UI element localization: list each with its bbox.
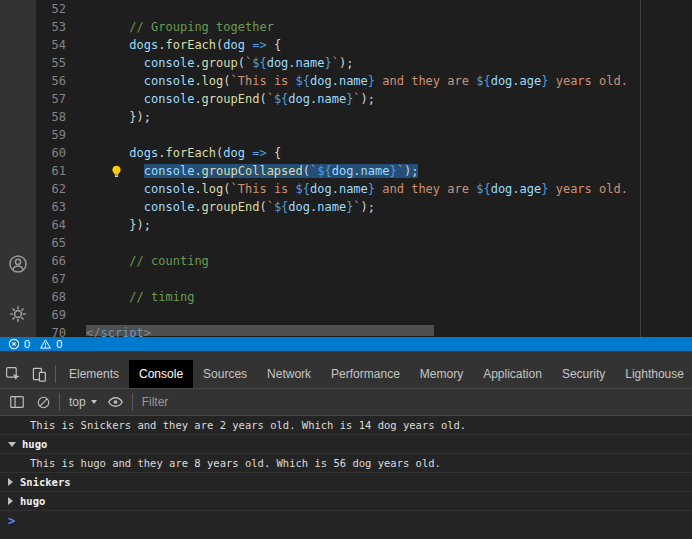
settings-gear-icon[interactable] <box>7 303 29 325</box>
line-number: 54 <box>36 36 86 54</box>
line-number: 55 <box>36 54 86 72</box>
editor-line-61[interactable]: 61 console.groupCollapsed(`${dog.name}`)… <box>36 162 640 180</box>
editor-line-68[interactable]: 68 // timing <box>36 288 640 306</box>
account-icon[interactable] <box>7 253 29 275</box>
horizontal-scrollbar[interactable] <box>86 325 434 336</box>
editor-line-54[interactable]: 54 dogs.forEach(dog => { <box>36 36 640 54</box>
code-text: }); <box>86 216 151 234</box>
triangle-collapsed-icon[interactable] <box>8 497 13 505</box>
editor-line-64[interactable]: 64 }); <box>36 216 640 234</box>
chevron-down-icon <box>91 400 97 404</box>
editor-line-67[interactable]: 67 <box>36 270 640 288</box>
separator <box>55 365 56 383</box>
editor-line-53[interactable]: 53 // Grouping together <box>36 18 640 36</box>
editor-line-55[interactable]: 55 console.group(`${dog.name}`); <box>36 54 640 72</box>
error-icon <box>8 338 20 350</box>
device-toolbar-icon <box>31 366 47 382</box>
code-text: // counting <box>86 252 209 270</box>
console-group-label: Snickers <box>20 476 71 488</box>
devtools-tab-sources[interactable]: Sources <box>193 360 257 388</box>
code-text: // timing <box>86 288 194 306</box>
separator <box>132 393 133 411</box>
filter-input[interactable] <box>136 395 688 409</box>
console-log-message: This is Snickers and they are 2 years ol… <box>0 416 692 435</box>
devtools-tabs: ElementsConsoleSourcesNetworkPerformance… <box>59 360 692 388</box>
line-number: 63 <box>36 198 86 216</box>
screen: 5253 // Grouping together54 dogs.forEach… <box>0 0 692 539</box>
console-prompt[interactable]: > <box>0 511 692 530</box>
devtools-tab-performance[interactable]: Performance <box>321 360 410 388</box>
line-number: 61 <box>36 162 86 180</box>
code-text: console.groupEnd(`${dog.name}`); <box>86 198 375 216</box>
editor-boundary-line <box>640 0 641 337</box>
editor-line-52[interactable]: 52 <box>36 0 640 18</box>
editor-code-area[interactable]: 5253 // Grouping together54 dogs.forEach… <box>36 0 640 337</box>
inspect-element-button[interactable] <box>0 361 26 387</box>
devtools-tab-network[interactable]: Network <box>257 360 321 388</box>
editor-line-65[interactable]: 65 <box>36 234 640 252</box>
context-selector-label: top <box>69 395 86 409</box>
eye-icon <box>107 395 124 409</box>
editor-line-57[interactable]: 57 console.groupEnd(`${dog.name}`); <box>36 90 640 108</box>
console-messages-area[interactable]: This is Snickers and they are 2 years ol… <box>0 416 692 530</box>
error-count: 0 <box>24 338 35 350</box>
editor-line-63[interactable]: 63 console.groupEnd(`${dog.name}`); <box>36 198 640 216</box>
triangle-expanded-icon[interactable] <box>8 442 16 447</box>
clear-console-icon <box>36 395 51 410</box>
line-number: 66 <box>36 252 86 270</box>
editor-line-66[interactable]: 66 // counting <box>36 252 640 270</box>
line-number: 68 <box>36 288 86 306</box>
context-selector-dropdown[interactable]: top <box>63 395 103 409</box>
device-toolbar-button[interactable] <box>26 361 52 387</box>
code-text: console.groupCollapsed(`${dog.name}`); <box>86 162 418 180</box>
editor-line-62[interactable]: 62 console.log(`This is ${dog.name} and … <box>36 180 640 198</box>
console-group-header[interactable]: hugo <box>0 435 692 454</box>
editor-line-69[interactable]: 69 <box>36 306 640 324</box>
clear-console-button[interactable] <box>30 389 56 415</box>
console-group-header[interactable]: hugo <box>0 492 692 511</box>
console-sidebar-icon <box>9 395 25 409</box>
code-text: }); <box>86 108 151 126</box>
devtools-tab-elements[interactable]: Elements <box>59 360 129 388</box>
code-text: console.group(`${dog.name}`); <box>86 54 353 72</box>
editor-line-58[interactable]: 58 }); <box>36 108 640 126</box>
problems-indicator[interactable]: 0 0 <box>8 338 67 350</box>
line-number: 57 <box>36 90 86 108</box>
line-number: 70 <box>36 324 86 337</box>
devtools-tab-application[interactable]: Application <box>473 360 552 388</box>
triangle-collapsed-icon[interactable] <box>8 478 13 486</box>
console-sidebar-toggle-button[interactable] <box>4 389 30 415</box>
editor-line-60[interactable]: 60 dogs.forEach(dog => { <box>36 144 640 162</box>
code-text: console.groupEnd(`${dog.name}`); <box>86 90 375 108</box>
console-toolbar: top <box>0 389 692 416</box>
console-group-label: hugo <box>20 495 45 507</box>
code-editor-pane: 5253 // Grouping together54 dogs.forEach… <box>0 0 692 337</box>
selection-highlight: console.groupCollapsed(`${dog.name}`); <box>144 164 419 178</box>
editor-line-59[interactable]: 59 <box>36 126 640 144</box>
activity-bar <box>0 0 36 337</box>
line-number: 58 <box>36 108 86 126</box>
code-text: // Grouping together <box>86 18 274 36</box>
console-log-text: This is Snickers and they are 2 years ol… <box>30 419 466 431</box>
devtools-tab-memory[interactable]: Memory <box>410 360 473 388</box>
inspect-cursor-icon <box>5 366 21 382</box>
line-number: 62 <box>36 180 86 198</box>
console-group-label: hugo <box>22 438 47 450</box>
line-number: 64 <box>36 216 86 234</box>
devtools-tab-lighthouse[interactable]: Lighthouse <box>615 360 692 388</box>
devtools-tab-console[interactable]: Console <box>129 360 193 388</box>
devtools-tab-security[interactable]: Security <box>552 360 615 388</box>
warning-count: 0 <box>56 338 67 350</box>
line-number: 59 <box>36 126 86 144</box>
devtools-panel: ElementsConsoleSourcesNetworkPerformance… <box>0 351 692 539</box>
code-text: console.log(`This is ${dog.name} and the… <box>86 72 628 90</box>
code-text: dogs.forEach(dog => { <box>86 144 281 162</box>
console-group-header[interactable]: Snickers <box>0 473 692 492</box>
line-number: 67 <box>36 270 86 288</box>
line-number: 69 <box>36 306 86 324</box>
create-live-expression-button[interactable] <box>103 389 129 415</box>
console-log-text: This is hugo and they are 8 years old. W… <box>30 457 441 469</box>
status-bar: 0 0 <box>0 337 692 351</box>
editor-line-56[interactable]: 56 console.log(`This is ${dog.name} and … <box>36 72 640 90</box>
quick-fix-lightbulb-icon[interactable] <box>110 164 123 182</box>
